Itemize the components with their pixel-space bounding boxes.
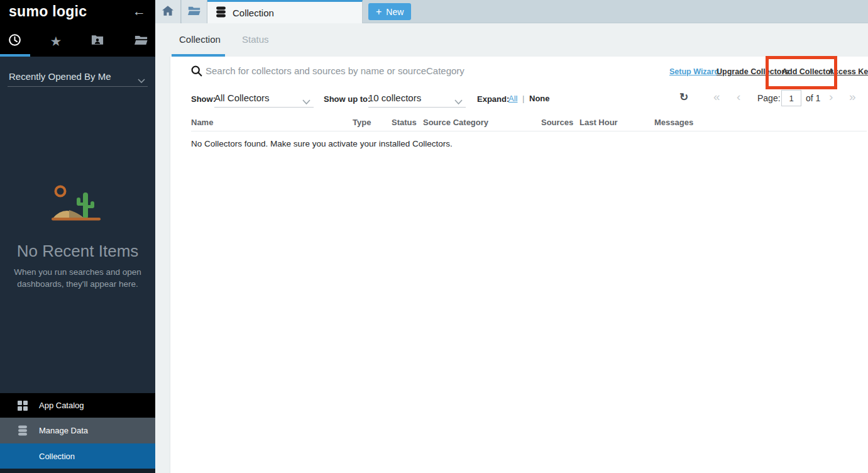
recent-nav-button[interactable] xyxy=(7,33,22,48)
sidebar: sumo logic ← ★ Rec xyxy=(0,0,155,473)
plus-icon: + xyxy=(376,7,382,17)
folder-open-icon xyxy=(188,6,201,18)
active-nav-indicator xyxy=(0,54,30,57)
search-icon xyxy=(190,65,202,79)
column-header-status: Status xyxy=(392,118,417,127)
recent-filter-select[interactable]: Recently Opened By Me xyxy=(8,68,148,87)
sidebar-footer-strip xyxy=(0,469,155,473)
expand-all-link[interactable]: All xyxy=(508,94,517,103)
show-filter-underline xyxy=(214,107,314,108)
empty-table-message: No Collectors found. Make sure you activ… xyxy=(191,139,453,148)
library-nav-button[interactable] xyxy=(133,33,148,48)
grid-icon xyxy=(18,400,29,411)
expand-divider: | xyxy=(522,94,524,103)
show-up-to-label: Show up to: xyxy=(324,94,370,104)
tab-collection[interactable]: Collection xyxy=(207,0,363,23)
tab-label: Collection xyxy=(233,8,274,18)
subtab-collection[interactable]: Collection xyxy=(179,34,221,45)
no-recent-items-title: No Recent Items xyxy=(0,242,155,261)
sidebar-item-label: Collection xyxy=(39,452,75,461)
database-icon xyxy=(18,425,29,437)
new-tab-button[interactable]: + New xyxy=(368,3,411,20)
database-icon xyxy=(216,6,226,19)
access-keys-link[interactable]: Access Keys xyxy=(828,67,868,76)
clock-icon xyxy=(8,33,21,49)
personal-folder-nav-button[interactable] xyxy=(90,33,105,48)
folder-person-icon xyxy=(91,34,104,48)
subtab-strip: Collection Status xyxy=(155,23,868,57)
home-icon xyxy=(162,6,173,18)
last-page-icon[interactable]: » xyxy=(849,90,856,104)
show-up-to-select[interactable]: 10 collectors xyxy=(368,92,421,103)
table-header-divider xyxy=(191,131,867,131)
favorites-nav-button[interactable]: ★ xyxy=(48,33,63,48)
page-number-input[interactable] xyxy=(781,90,801,106)
sidebar-item-label: Manage Data xyxy=(39,426,88,435)
show-up-to-underline xyxy=(368,107,466,108)
first-page-icon[interactable]: « xyxy=(713,90,720,104)
expand-label: Expand: xyxy=(477,94,509,104)
chevron-down-icon xyxy=(138,75,145,86)
desert-illustration-icon xyxy=(52,185,102,226)
recent-filter-label: Recently Opened By Me xyxy=(9,71,111,82)
sidebar-item-manage-data[interactable]: Manage Data xyxy=(0,418,155,443)
home-button[interactable] xyxy=(155,0,181,23)
sidebar-header: sumo logic ← ★ xyxy=(0,0,155,57)
refresh-icon[interactable]: ↻ xyxy=(679,91,688,104)
search-input[interactable] xyxy=(206,61,583,80)
column-header-name: Name xyxy=(191,118,213,127)
folder-open-icon xyxy=(135,35,148,48)
previous-page-icon[interactable]: ‹ xyxy=(737,90,740,104)
expand-none-link[interactable]: None xyxy=(529,94,550,103)
browse-library-button[interactable] xyxy=(182,0,207,23)
sidebar-item-app-catalog[interactable]: App Catalog xyxy=(0,393,155,418)
column-header-source-category: Source Category xyxy=(423,118,488,127)
page-count-label: of 1 xyxy=(806,93,820,103)
column-header-sources: Sources xyxy=(541,118,573,127)
setup-wizard-link[interactable]: Setup Wizard xyxy=(669,67,719,76)
chevron-down-icon[interactable] xyxy=(454,96,463,108)
content-gutter xyxy=(155,57,170,473)
column-header-type: Type xyxy=(353,118,371,127)
show-filter-select[interactable]: All Collectors xyxy=(214,92,270,103)
tab-bar: Collection + New xyxy=(155,0,868,23)
collapse-sidebar-button[interactable]: ← xyxy=(133,4,146,19)
subtab-status[interactable]: Status xyxy=(242,34,269,45)
add-collector-link[interactable]: Add Collector xyxy=(782,67,833,76)
show-filter-label: Show: xyxy=(191,94,216,104)
upgrade-collectors-link[interactable]: Upgrade Collectors xyxy=(717,67,789,76)
sidebar-item-label: App Catalog xyxy=(39,401,84,410)
sumo-logic-logo[interactable]: sumo logic xyxy=(9,3,87,20)
page-label: Page: xyxy=(757,93,781,103)
next-page-icon[interactable]: › xyxy=(829,90,833,104)
no-recent-items-caption: When you run searches and open dashboard… xyxy=(11,266,144,290)
collection-panel: Setup Wizard Upgrade Collectors Add Coll… xyxy=(170,57,868,473)
new-button-label: New xyxy=(386,7,404,17)
column-header-messages: Messages xyxy=(654,118,693,127)
sumo-logic-app: sumo logic ← ★ Rec xyxy=(0,0,868,473)
chevron-down-icon[interactable] xyxy=(302,96,310,108)
column-header-last-hour: Last Hour xyxy=(580,118,618,127)
star-icon: ★ xyxy=(50,35,62,48)
sidebar-item-collection[interactable]: Collection xyxy=(0,443,155,469)
